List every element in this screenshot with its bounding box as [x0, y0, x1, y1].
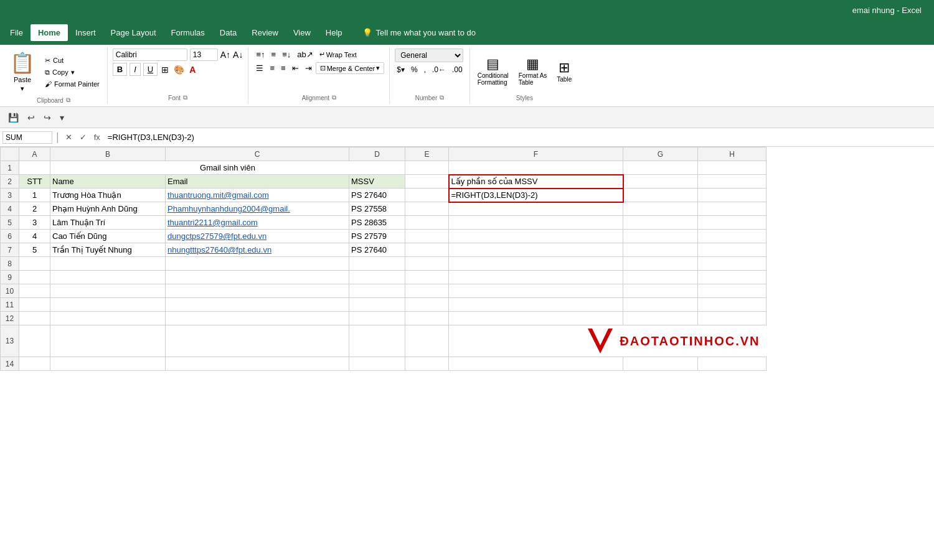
- cell-B1[interactable]: Gmail sinh viên: [50, 161, 405, 175]
- font-size-input[interactable]: [190, 49, 218, 61]
- cell-A12[interactable]: [19, 312, 50, 325]
- cell-A13[interactable]: [19, 325, 50, 357]
- menu-help[interactable]: Help: [318, 24, 350, 41]
- cell-A7[interactable]: 5: [19, 243, 50, 257]
- increase-decimal-button[interactable]: .00: [450, 64, 465, 75]
- customize-qa-button[interactable]: ▾: [57, 111, 67, 124]
- cell-F6[interactable]: [449, 230, 623, 243]
- cell-D10[interactable]: [349, 284, 405, 298]
- cell-B13[interactable]: [50, 325, 166, 357]
- col-B-header[interactable]: B: [50, 147, 166, 161]
- cell-A3[interactable]: 1: [19, 189, 50, 202]
- cell-A2[interactable]: STT: [19, 175, 50, 189]
- menu-review[interactable]: Review: [244, 24, 286, 41]
- cell-G1[interactable]: [623, 161, 698, 175]
- cell-E10[interactable]: [405, 284, 449, 298]
- number-format-select[interactable]: General Number Currency Short Date Text: [395, 49, 463, 62]
- cell-B8[interactable]: [50, 257, 166, 271]
- cell-A14[interactable]: [19, 357, 50, 371]
- cell-E11[interactable]: [405, 298, 449, 312]
- cell-A4[interactable]: 2: [19, 202, 50, 216]
- cell-F2[interactable]: Lấy phần số của MSSV: [449, 175, 623, 189]
- cell-C4[interactable]: Phamhuynhanhdung2004@gmail.: [166, 202, 349, 216]
- cell-G11[interactable]: [623, 298, 698, 312]
- fill-color-icon[interactable]: 🎨: [172, 63, 186, 76]
- cell-E8[interactable]: [405, 257, 449, 271]
- font-expand[interactable]: ⧉: [183, 94, 187, 101]
- col-C-header[interactable]: C: [166, 147, 349, 161]
- col-E-header[interactable]: E: [405, 147, 449, 161]
- redo-button[interactable]: ↪: [40, 111, 54, 124]
- cell-C6[interactable]: dungctps27579@fpt.edu.vn: [166, 230, 349, 243]
- table-button[interactable]: ⊞ Table: [554, 58, 574, 84]
- font-shrink-icon[interactable]: A↓: [233, 50, 243, 60]
- align-left-icon[interactable]: ☰: [253, 62, 266, 74]
- align-bottom-icon[interactable]: ≡↓: [280, 49, 293, 60]
- cancel-formula-icon[interactable]: ✕: [63, 133, 75, 142]
- cell-F1[interactable]: [449, 161, 623, 175]
- cell-B6[interactable]: Cao Tiến Dũng: [50, 230, 166, 243]
- comma-button[interactable]: ,: [422, 64, 428, 75]
- alignment-expand[interactable]: ⧉: [332, 94, 336, 101]
- cell-D14[interactable]: [349, 357, 405, 371]
- cell-G10[interactable]: [623, 284, 698, 298]
- cell-C13[interactable]: [166, 325, 349, 357]
- formula-input[interactable]: [105, 131, 932, 143]
- cell-D11[interactable]: [349, 298, 405, 312]
- cell-B12[interactable]: [50, 312, 166, 325]
- cell-H8[interactable]: [698, 257, 767, 271]
- cell-A1[interactable]: [19, 161, 50, 175]
- cell-F11[interactable]: [449, 298, 623, 312]
- cell-F12[interactable]: [449, 312, 623, 325]
- cell-E6[interactable]: [405, 230, 449, 243]
- cell-H5[interactable]: [698, 216, 767, 230]
- cell-G2[interactable]: [623, 175, 698, 189]
- cell-E13[interactable]: [405, 325, 449, 357]
- cell-D9[interactable]: [349, 271, 405, 284]
- cell-C12[interactable]: [166, 312, 349, 325]
- cell-G12[interactable]: [623, 312, 698, 325]
- col-A-header[interactable]: A: [19, 147, 50, 161]
- cell-C2[interactable]: Email: [166, 175, 349, 189]
- cell-A5[interactable]: 3: [19, 216, 50, 230]
- cell-F8[interactable]: [449, 257, 623, 271]
- cell-E12[interactable]: [405, 312, 449, 325]
- cell-H7[interactable]: [698, 243, 767, 257]
- cell-A11[interactable]: [19, 298, 50, 312]
- cell-A8[interactable]: [19, 257, 50, 271]
- insert-function-icon[interactable]: fx: [92, 133, 103, 142]
- cell-E1[interactable]: [405, 161, 449, 175]
- menu-insert[interactable]: Insert: [68, 24, 103, 41]
- cell-C9[interactable]: [166, 271, 349, 284]
- font-grow-icon[interactable]: A↑: [220, 50, 230, 60]
- cut-button[interactable]: ✂ Cut: [42, 55, 102, 66]
- italic-button[interactable]: I: [130, 63, 141, 76]
- cell-E3[interactable]: [405, 189, 449, 202]
- border-icon[interactable]: ⊞: [160, 63, 170, 76]
- undo-button[interactable]: ↩: [24, 111, 38, 124]
- cell-C11[interactable]: [166, 298, 349, 312]
- col-G-header[interactable]: G: [623, 147, 698, 161]
- cell-E9[interactable]: [405, 271, 449, 284]
- dollar-button[interactable]: $▾: [395, 64, 407, 75]
- paste-button[interactable]: 📋 Paste ▾: [5, 49, 40, 95]
- cell-H3[interactable]: [698, 189, 767, 202]
- cell-H1[interactable]: [698, 161, 767, 175]
- cell-G8[interactable]: [623, 257, 698, 271]
- cell-F14[interactable]: [449, 357, 623, 371]
- cell-A10[interactable]: [19, 284, 50, 298]
- cell-A6[interactable]: 4: [19, 230, 50, 243]
- cell-H14[interactable]: [698, 357, 767, 371]
- wrap-text-button[interactable]: ↵ Wrap Text: [317, 49, 359, 60]
- cell-E4[interactable]: [405, 202, 449, 216]
- spreadsheet[interactable]: A B C D E F G H 1 Gmail sinh viên: [0, 147, 934, 560]
- underline-button[interactable]: U: [143, 63, 158, 76]
- cell-D6[interactable]: PS 27579: [349, 230, 405, 243]
- cell-B3[interactable]: Trương Hòa Thuận: [50, 189, 166, 202]
- cell-H12[interactable]: [698, 312, 767, 325]
- cell-D7[interactable]: PS 27640: [349, 243, 405, 257]
- cell-D4[interactable]: PS 27558: [349, 202, 405, 216]
- cell-F10[interactable]: [449, 284, 623, 298]
- cell-F3[interactable]: =RIGHT(D3,LEN(D3)-2): [449, 189, 623, 202]
- cell-D8[interactable]: [349, 257, 405, 271]
